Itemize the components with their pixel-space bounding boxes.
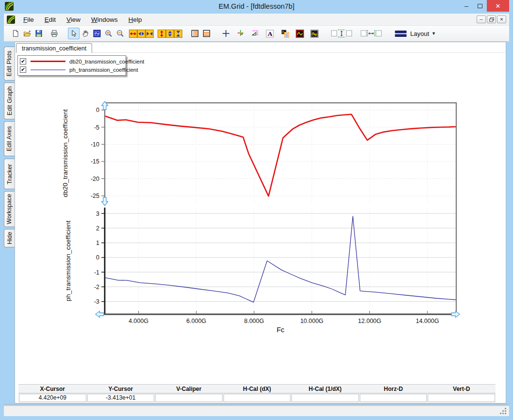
vertical-grid-icon [191, 30, 199, 37]
sidebar-tab-workspace[interactable]: Workspace [4, 191, 15, 227]
legend-line-sample-ph [31, 69, 65, 70]
tabstrip-divider [85, 52, 505, 53]
menu-edit[interactable]: Edit [41, 15, 60, 25]
status-value-v-caliper [155, 394, 223, 402]
pointer-arrow-icon [70, 30, 78, 37]
window-title: EM.Grid - [fdtdlesson7b] [0, 2, 513, 10]
printer-icon [50, 30, 58, 37]
plot-multi-icon [310, 30, 319, 38]
maximize-button[interactable] [473, 0, 487, 12]
status-col-h-cal-1dx: H-Cal (1/dX) [291, 385, 359, 393]
status-value-h-cal-dx [224, 394, 291, 402]
widen-y-icon [166, 30, 174, 38]
legend-label: db20_transmission_coefficient [69, 59, 144, 65]
zoom-in-icon [105, 30, 112, 37]
status-col-x-cursor: X-Cursor [18, 385, 87, 393]
horizontal-grid-icon [203, 30, 210, 37]
crosshair-button[interactable] [220, 28, 232, 39]
expand-y-icon [158, 30, 166, 38]
resize-grip[interactable] [499, 407, 507, 415]
document-logo-icon [7, 16, 15, 24]
plot-report-button[interactable] [279, 28, 291, 39]
tracker-icon [237, 30, 244, 37]
sidebar-tab-tracker[interactable]: Tracker [4, 159, 15, 189]
dropdown-caret-icon: ▼ [432, 31, 436, 36]
save-button[interactable] [33, 28, 45, 39]
open-folder-icon [23, 30, 31, 37]
plot-single-icon [296, 30, 304, 38]
expand-x-button[interactable] [129, 28, 137, 39]
zoom-region-icon [93, 30, 101, 37]
widen-y-button[interactable] [166, 28, 174, 39]
pan-tool-button[interactable] [80, 28, 91, 39]
zoom-out-button[interactable] [114, 28, 126, 39]
menu-windows[interactable]: Windows [87, 15, 122, 25]
app-window: EM.Grid - [fdtdlesson7b] – ✕ File Edit V… [0, 0, 513, 420]
sidebar-tab-edit-graph[interactable]: Edit Graph [4, 82, 15, 119]
legend-row: ✔ db20_transmission_coefficient [20, 57, 124, 65]
vertical-grid-button[interactable] [189, 28, 201, 39]
zoom-in-button[interactable] [103, 28, 114, 39]
plot-single-button[interactable] [294, 28, 305, 39]
new-document-icon [12, 30, 19, 37]
layout-dropdown[interactable]: Layout ▼ [395, 30, 436, 37]
compress-y-icon [174, 30, 182, 38]
pointer-tool-button[interactable] [68, 28, 80, 39]
horizontal-grid-button[interactable] [201, 28, 212, 39]
widen-x-icon [137, 30, 145, 38]
status-bar: X-Cursor Y-Cursor V-Caliper H-Cal (dX) H… [18, 384, 496, 403]
child-restore-button[interactable] [487, 16, 496, 23]
status-values-row: 4.420e+09 -3.413e+01 [18, 393, 496, 403]
child-minimize-button[interactable]: ─ [477, 16, 486, 23]
restore-icon [489, 17, 494, 22]
menu-file[interactable]: File [19, 15, 38, 25]
child-close-button[interactable]: ✕ [497, 16, 506, 23]
sidebar-tab-edit-axes[interactable]: Edit Axes [4, 121, 15, 156]
toolbar: AA Layout ▼ [4, 26, 509, 42]
status-col-v-caliper: V-Caliper [155, 385, 223, 393]
expand-y-button[interactable] [158, 28, 166, 39]
sidebar-tab-hide[interactable]: Hide [4, 229, 15, 247]
minimize-button[interactable]: – [460, 0, 473, 12]
status-col-h-cal-dx: H-Cal (dX) [223, 385, 291, 393]
compress-y-button[interactable] [174, 28, 182, 39]
open-button[interactable] [21, 28, 33, 39]
expand-x-icon [129, 30, 137, 38]
plot-legend: ✔ db20_transmission_coefficient ✔ ph_tra… [17, 55, 126, 76]
tracker-button[interactable] [235, 28, 246, 39]
plot-multi-button[interactable] [308, 28, 320, 39]
plot-report-icon [281, 30, 289, 38]
compress-x-icon [145, 30, 154, 38]
widen-x-button[interactable] [137, 28, 145, 39]
pan-hand-icon [81, 30, 89, 37]
child-window-border [4, 404, 509, 404]
save-floppy-icon [35, 30, 43, 37]
layout-icon [395, 30, 407, 37]
legend-line-sample-db20 [31, 61, 65, 62]
legend-checkbox-ph[interactable]: ✔ [20, 66, 26, 73]
fit-horizontal-group[interactable] [360, 28, 382, 39]
compress-x-button[interactable] [145, 28, 154, 39]
status-value-vert-d [428, 394, 495, 402]
zoom-region-button[interactable] [91, 28, 103, 39]
fit-horizontal-icon [360, 29, 382, 38]
svg-text:A: A [267, 30, 272, 37]
text-label-button[interactable]: AA [264, 28, 275, 39]
menu-view[interactable]: View [63, 15, 84, 25]
close-button[interactable]: ✕ [487, 0, 509, 12]
status-value-y-cursor: -3.413e+01 [87, 394, 155, 402]
document-area [15, 42, 506, 404]
menu-help[interactable]: Help [125, 15, 146, 25]
print-button[interactable] [48, 28, 60, 39]
bottom-strip [4, 406, 509, 416]
legend-label: ph_transmission_coefficient [69, 67, 138, 73]
sidebar-tab-edit-plots[interactable]: Edit Plots [4, 47, 15, 81]
legend-row: ✔ ph_transmission_coefficient [20, 65, 124, 74]
caliper-icon [251, 30, 259, 37]
caliper-button[interactable] [249, 28, 261, 39]
document-tab[interactable]: transmission_coefficient [16, 43, 92, 53]
status-col-horz-d: Horz-D [359, 385, 428, 393]
fit-vertical-group[interactable] [331, 28, 353, 39]
legend-checkbox-db20[interactable]: ✔ [20, 58, 26, 65]
new-button[interactable] [10, 28, 21, 39]
